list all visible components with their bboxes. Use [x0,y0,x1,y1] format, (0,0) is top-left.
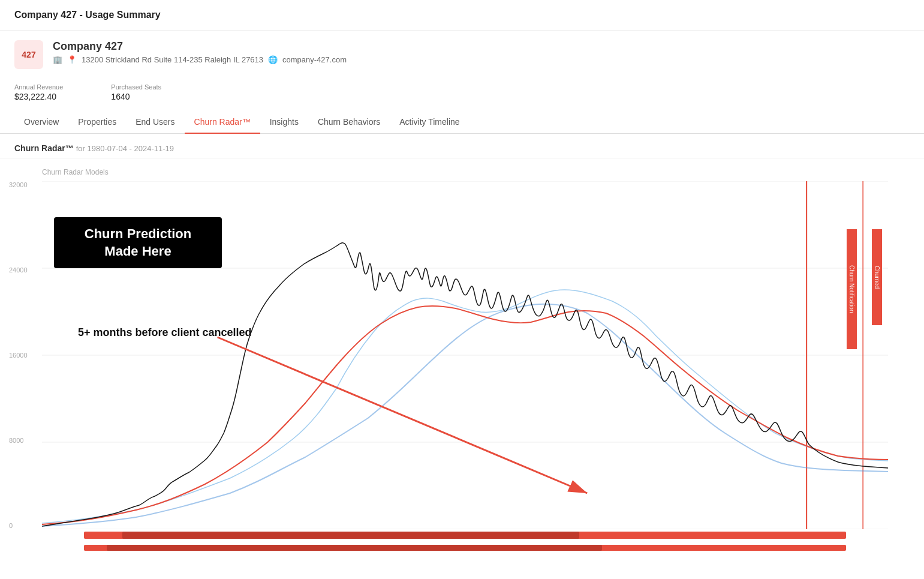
scrollbar-container[interactable] [42,529,888,544]
annotation-box: Churn Prediction Made Here [54,217,222,268]
y-axis-labels: 32000 24000 16000 8000 0 [9,181,28,529]
tab-insights[interactable]: Insights [260,111,308,134]
scrollbar-thumb[interactable] [122,532,580,539]
company-name: Company 427 [53,40,910,53]
tab-properties[interactable]: Properties [68,111,126,134]
chart-area: 32000 24000 16000 8000 0 [42,181,888,529]
tab-churn-radar[interactable]: Churn Radar™ [185,111,260,134]
metrics-row: Annual Revenue $23,222.40 Purchased Seat… [0,79,924,111]
chart-container: Churn Radar Models 32000 24000 16000 800… [0,158,924,577]
svg-line-7 [218,337,588,493]
y-label-16000: 16000 [9,352,28,359]
churned-label: Churned [872,229,882,325]
churn-notification-label: Churn Notification [847,229,857,349]
company-address: 13200 Strickland Rd Suite 114-235 Raleig… [82,55,263,64]
chart-model-label: Churn Radar Models [42,168,888,176]
company-pin-icon: 📍 [67,55,77,64]
tab-activity-timeline[interactable]: Activity Timeline [390,111,469,134]
page-title: Company 427 - Usage Summary [0,0,924,31]
purchased-seats-label: Purchased Seats [111,83,161,91]
tab-overview[interactable]: Overview [14,111,68,134]
scrollbar-track[interactable] [84,532,846,539]
company-header: 427 Company 427 🏢 📍 13200 Strickland Rd … [0,31,924,79]
y-label-8000: 8000 [9,437,28,444]
annotation-subtitle: 5+ months before client cancelled [78,325,252,340]
date-range: for 1980-07-04 - 2024-11-19 [76,144,174,153]
section-header: Churn Radar™ for 1980-07-04 - 2024-11-19 [0,134,924,158]
second-scrollbar-track[interactable] [84,545,846,551]
purchased-seats-metric: Purchased Seats 1640 [111,83,161,101]
tabs-bar: Overview Properties End Users Churn Rada… [0,111,924,134]
second-scrollbar-row[interactable] [42,544,888,553]
second-scrollbar-thumb[interactable] [107,545,602,551]
y-label-24000: 24000 [9,266,28,274]
company-meta: 🏢 📍 13200 Strickland Rd Suite 114-235 Ra… [53,55,910,64]
company-info: Company 427 🏢 📍 13200 Strickland Rd Suit… [53,40,910,64]
purchased-seats-value: 1640 [111,92,161,101]
tab-end-users[interactable]: End Users [126,111,184,134]
company-website: company-427.com [282,55,347,64]
annual-revenue-metric: Annual Revenue $23,222.40 [14,83,63,101]
section-title: Churn Radar™ for 1980-07-04 - 2024-11-19 [14,143,910,153]
annual-revenue-label: Annual Revenue [14,83,63,91]
company-avatar: 427 [14,40,43,69]
y-label-32000: 32000 [9,181,28,188]
y-label-0: 0 [9,522,28,529]
annual-revenue-value: $23,222.40 [14,92,63,101]
tab-churn-behaviors[interactable]: Churn Behaviors [308,111,390,134]
company-address-icon: 🏢 [53,55,62,64]
company-globe-icon: 🌐 [268,55,278,64]
